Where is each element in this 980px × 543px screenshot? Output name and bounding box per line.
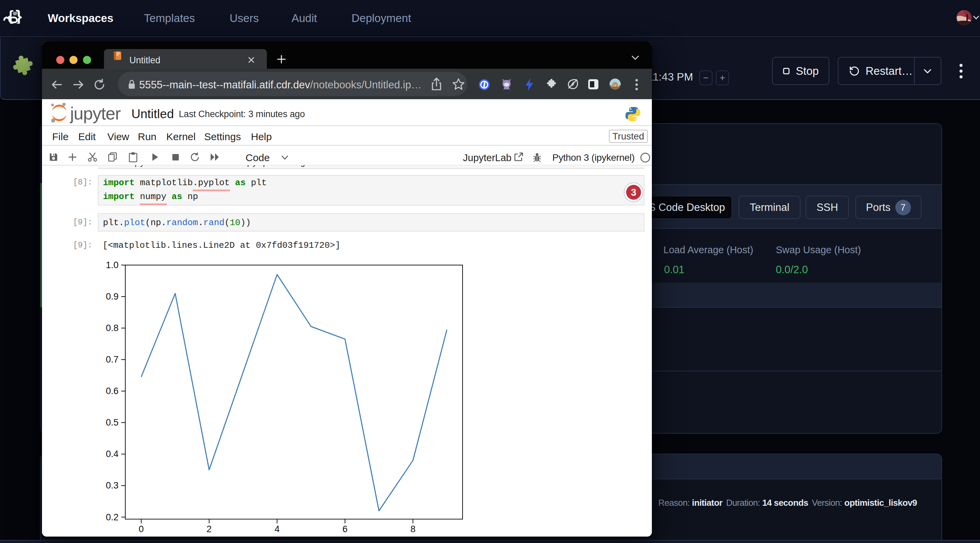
svg-text:0.3: 0.3 <box>106 480 119 491</box>
svg-text:0.4: 0.4 <box>106 449 119 459</box>
svg-text:0.2: 0.2 <box>106 512 119 522</box>
svg-text:0.7: 0.7 <box>106 354 119 365</box>
svg-text:0.8: 0.8 <box>106 323 119 333</box>
svg-text:}: } <box>16 9 22 24</box>
svg-text:{: { <box>8 9 14 24</box>
svg-text:6: 6 <box>342 524 347 534</box>
svg-text:0.6: 0.6 <box>106 386 119 396</box>
svg-text:8: 8 <box>410 524 415 534</box>
svg-text:0.9: 0.9 <box>106 292 119 302</box>
svg-text:0.5: 0.5 <box>106 418 119 427</box>
svg-text:0: 0 <box>138 524 143 534</box>
svg-text:4: 4 <box>275 524 280 534</box>
svg-text:2: 2 <box>207 524 212 534</box>
svg-text:1.0: 1.0 <box>106 260 119 270</box>
